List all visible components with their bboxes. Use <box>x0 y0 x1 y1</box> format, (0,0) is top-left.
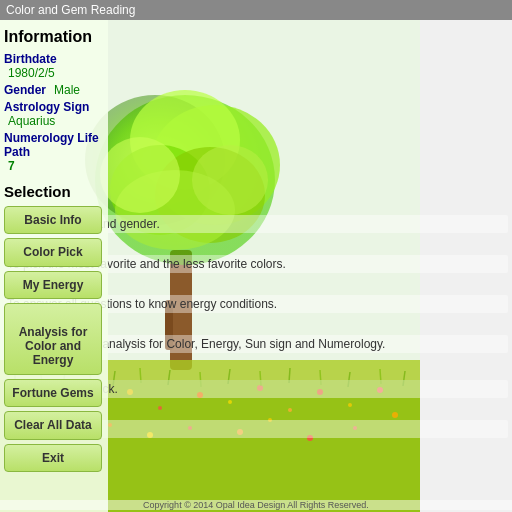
numerology-label: Numerology Life Path <box>4 131 102 159</box>
analysis-label: Analysis for Color and Energy <box>19 325 88 368</box>
main-container: To fill in birthday and gender. To pick … <box>0 20 512 512</box>
birthdate-label: Birthdate <box>4 52 57 66</box>
gender-label: Gender <box>4 83 46 97</box>
svg-point-10 <box>100 137 180 213</box>
gender-row: Gender Male <box>4 83 104 97</box>
exit-button[interactable]: Exit <box>4 444 102 472</box>
astrology-value: Aquarius <box>8 114 55 128</box>
selection-heading: Selection <box>4 183 104 200</box>
copyright: Copyright © 2014 Opal Idea Design All Ri… <box>0 500 512 510</box>
svg-point-36 <box>392 412 398 418</box>
basic-info-button[interactable]: Basic Info <box>4 206 102 234</box>
my-energy-button[interactable]: My Energy <box>4 271 102 299</box>
info-section: Information Birthdate 1980/2/5 Gender Ma… <box>4 28 104 173</box>
svg-point-19 <box>158 406 162 410</box>
astrology-row: Astrology Sign Aquarius <box>4 100 104 128</box>
clear-all-data-button[interactable]: Clear All Data <box>4 411 102 439</box>
selection-section: Selection Basic Info Color Pick My Energ… <box>4 183 104 472</box>
birthdate-value: 1980/2/5 <box>8 66 55 80</box>
svg-point-11 <box>192 145 268 215</box>
color-pick-button[interactable]: Color Pick <box>4 238 102 266</box>
fortune-gems-button[interactable]: Fortune Gems <box>4 379 102 407</box>
app-title: Color and Gem Reading <box>6 3 135 17</box>
analysis-button[interactable]: Analysis for Color and Energy <box>4 303 102 375</box>
gender-value: Male <box>54 83 80 97</box>
title-bar: Color and Gem Reading <box>0 0 512 20</box>
info-heading: Information <box>4 28 104 46</box>
birthdate-row: Birthdate 1980/2/5 <box>4 52 104 80</box>
svg-point-23 <box>288 408 292 412</box>
astrology-label: Astrology Sign <box>4 100 89 114</box>
numerology-value: 7 <box>8 159 15 173</box>
left-panel: Information Birthdate 1980/2/5 Gender Ma… <box>0 20 108 512</box>
numerology-row: Numerology Life Path 7 <box>4 131 104 173</box>
svg-point-21 <box>228 400 232 404</box>
svg-point-25 <box>348 403 352 407</box>
